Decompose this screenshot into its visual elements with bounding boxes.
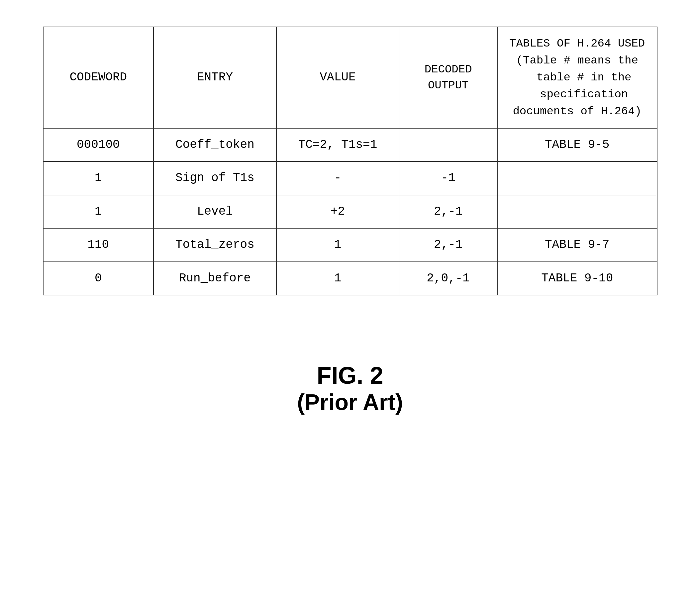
cell-value-2: +2 [276,195,399,228]
main-table-container: CODEWORD ENTRY VALUE DECODEDOUTPUT TABLE… [43,27,658,295]
cell-tableref-2 [497,195,657,228]
cell-entry-0: Coeff_token [154,128,276,161]
decoded-output-label: DECODEDOUTPUT [424,63,472,92]
cell-tableref-4: TABLE 9-10 [497,262,657,295]
cell-tableref-3: TABLE 9-7 [497,228,657,261]
cell-entry-2: Level [154,195,276,228]
table-row: 0 Run_before 1 2,0,-1 TABLE 9-10 [43,262,657,295]
cell-codeword-3: 110 [43,228,154,261]
cell-entry-4: Run_before [154,262,276,295]
cell-codeword-1: 1 [43,161,154,195]
header-decoded-output: DECODEDOUTPUT [399,27,497,128]
cell-decoded-4: 2,0,-1 [399,262,497,295]
header-tables-note: TABLES OF H.264 USED (Table # means the … [497,27,657,128]
cell-entry-1: Sign of T1s [154,161,276,195]
table-row: 1 Sign of T1s - -1 [43,161,657,195]
cell-decoded-2: 2,-1 [399,195,497,228]
cell-decoded-0 [399,128,497,161]
cell-codeword-0: 000100 [43,128,154,161]
header-entry: ENTRY [154,27,276,128]
cell-decoded-3: 2,-1 [399,228,497,261]
figure-title: FIG. 2 [297,362,403,389]
cell-value-4: 1 [276,262,399,295]
cell-codeword-4: 0 [43,262,154,295]
cell-value-1: - [276,161,399,195]
cell-tableref-0: TABLE 9-5 [497,128,657,161]
header-codeword: CODEWORD [43,27,154,128]
figure-subtitle: (Prior Art) [297,389,403,415]
cell-decoded-1: -1 [399,161,497,195]
table-row: 000100 Coeff_token TC=2, T1s=1 TABLE 9-5 [43,128,657,161]
table-row: 1 Level +2 2,-1 [43,195,657,228]
header-value: VALUE [276,27,399,128]
cell-value-0: TC=2, T1s=1 [276,128,399,161]
data-table: CODEWORD ENTRY VALUE DECODEDOUTPUT TABLE… [43,27,658,295]
figure-caption: FIG. 2 (Prior Art) [297,362,403,415]
cell-codeword-2: 1 [43,195,154,228]
table-row: 110 Total_zeros 1 2,-1 TABLE 9-7 [43,228,657,261]
cell-tableref-1 [497,161,657,195]
tables-note-text: TABLES OF H.264 USED (Table # means the … [509,37,645,118]
cell-entry-3: Total_zeros [154,228,276,261]
cell-value-3: 1 [276,228,399,261]
